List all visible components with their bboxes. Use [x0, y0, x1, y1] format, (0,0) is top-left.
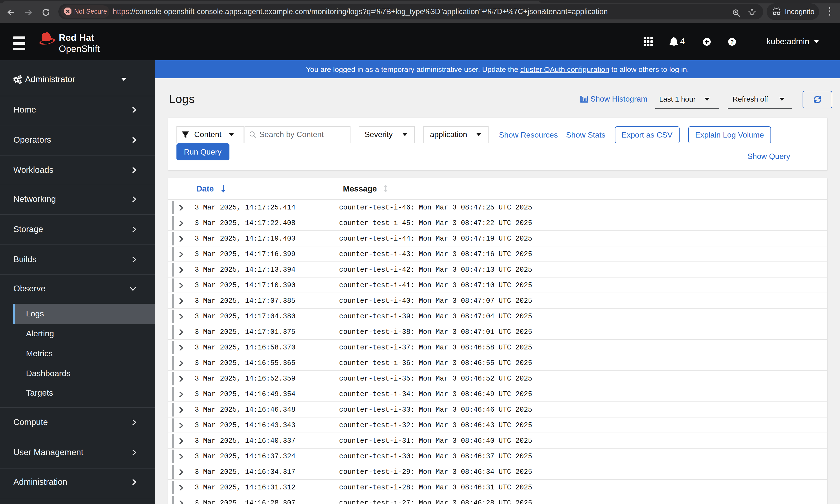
svg-text:?: ? [730, 38, 734, 45]
